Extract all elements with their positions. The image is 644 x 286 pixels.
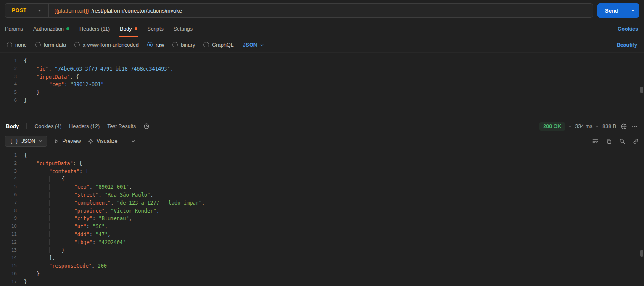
tab-label: Scripts [148, 26, 164, 32]
radio-circle [203, 42, 209, 47]
code-line: 10 "uf": "SC", [0, 223, 644, 231]
code-text: "ddd": "47", [17, 231, 111, 239]
request-url-bar: POST {{platform.url}} /rest/platform/con… [0, 0, 644, 21]
response-tabs: BodyCookies (4)Headers (12)Test Results [6, 123, 136, 129]
preview-label: Preview [62, 138, 81, 144]
code-text: "cep": "89012-001" [17, 81, 104, 89]
code-line: 17} [0, 278, 644, 286]
link-icon[interactable] [633, 138, 639, 144]
code-line: 15 "responseCode": 200 [0, 262, 644, 270]
body-type-none[interactable]: none [7, 42, 27, 48]
tab-scripts[interactable]: Scripts [143, 21, 168, 37]
play-icon [54, 139, 59, 144]
radio-label: raw [156, 42, 164, 48]
tab-settings[interactable]: Settings [169, 21, 197, 37]
line-number: 6 [0, 97, 17, 105]
url-input[interactable]: {{platform.url}} /rest/platform/conector… [49, 8, 187, 14]
line-number: 10 [0, 223, 17, 231]
line-number: 4 [0, 175, 17, 183]
line-number: 1 [0, 152, 17, 160]
tab-authorization[interactable]: Authorization [29, 21, 74, 37]
visualize-button[interactable]: Visualize [88, 138, 118, 144]
search-icon[interactable] [619, 138, 626, 144]
preview-button[interactable]: Preview [54, 138, 81, 144]
history-icon[interactable] [143, 123, 150, 129]
tab-label: Body [120, 26, 132, 32]
line-number: 15 [0, 262, 17, 270]
body-type-bar: noneform-datax-www-form-urlencodedrawbin… [0, 37, 644, 53]
tab-params[interactable]: Params [1, 21, 27, 37]
body-type-x-www-form-urlencoded[interactable]: x-www-form-urlencoded [74, 42, 139, 48]
code-text: "inputData": { [17, 73, 79, 81]
body-type-binary[interactable]: binary [172, 42, 195, 48]
beautify-link[interactable]: Beautify [617, 42, 637, 48]
response-format-dropdown[interactable]: { } JSON [5, 136, 47, 147]
line-number: 16 [0, 270, 17, 278]
request-tabs: ParamsAuthorizationHeaders (11)BodyScrip… [1, 21, 197, 37]
code-line: 1{ [0, 152, 644, 160]
response-time: 334 ms [575, 123, 592, 129]
send-options-button[interactable] [626, 3, 639, 18]
url-variable: {{platform.url}} [54, 8, 89, 14]
method-selector[interactable]: POST [5, 4, 49, 17]
code-line: 8 "province": "Victor Konder", [0, 207, 644, 215]
copy-icon[interactable] [606, 138, 612, 144]
divider [26, 123, 27, 129]
line-number: 5 [0, 183, 17, 191]
response-tab-test-results[interactable]: Test Results [107, 123, 136, 129]
body-type-raw[interactable]: raw [147, 42, 164, 48]
language-selector[interactable]: JSON [243, 42, 264, 48]
response-size: 838 B [602, 123, 616, 129]
code-text: } [17, 89, 40, 97]
body-type-form-data[interactable]: form-data [35, 42, 66, 48]
code-line: 13 } [0, 247, 644, 255]
radio-label: x-www-form-urlencoded [83, 42, 139, 48]
code-line: 2 "id": "74be0c63-3f79-4791-bb18-7468ec3… [0, 65, 644, 73]
response-tab-body[interactable]: Body [6, 123, 19, 129]
response-body-editor[interactable]: 1{2 "outputData": {3 "contents": [4 {5 "… [0, 149, 644, 286]
code-line: 3 "contents": [ [0, 168, 644, 176]
code-text: "province": "Victor Konder", [17, 207, 159, 215]
line-number: 4 [0, 81, 17, 89]
wrap-text-icon[interactable] [592, 138, 599, 144]
radio-label: form-data [44, 42, 66, 48]
response-tab-cookies-4[interactable]: Cookies (4) [34, 123, 61, 129]
visualize-label: Visualize [97, 138, 118, 144]
code-text: ], [17, 254, 55, 262]
scrollbar-thumb[interactable] [640, 87, 643, 93]
body-type-graphql[interactable]: GraphQL [203, 42, 233, 48]
separator-dot [569, 126, 571, 127]
line-number: 8 [0, 207, 17, 215]
tab-label: Settings [174, 26, 193, 32]
body-type-options: noneform-datax-www-form-urlencodedrawbin… [7, 42, 234, 48]
line-number: 6 [0, 191, 17, 199]
radio-label: GraphQL [212, 42, 233, 48]
tab-headers-11[interactable]: Headers (11) [75, 21, 114, 37]
request-body-editor[interactable]: 1{2 "id": "74be0c63-3f79-4791-bb18-7468e… [0, 53, 644, 119]
radio-label: binary [181, 42, 195, 48]
scrollbar[interactable] [639, 149, 644, 286]
network-icon[interactable] [620, 123, 627, 130]
more-options-icon[interactable] [631, 123, 638, 130]
send-button[interactable]: Send [597, 3, 626, 18]
line-number: 5 [0, 89, 17, 97]
code-line: 4 "cep": "89012-001" [0, 81, 644, 89]
code-line: 3 "inputData": { [0, 73, 644, 81]
chevron-down-icon [38, 139, 42, 143]
response-code-lines: 1{2 "outputData": {3 "contents": [4 {5 "… [0, 152, 644, 286]
cookies-link[interactable]: Cookies [618, 26, 638, 32]
tab-label: Headers (11) [79, 26, 110, 32]
code-line: 11 "ddd": "47", [0, 231, 644, 239]
code-text: } [17, 97, 27, 105]
code-text: "contents": [ [17, 168, 89, 176]
code-line: 4 { [0, 175, 644, 183]
tab-status-dot [135, 27, 137, 30]
scrollbar[interactable] [639, 53, 644, 119]
response-tab-headers-12[interactable]: Headers (12) [69, 123, 100, 129]
chevron-down-icon [260, 43, 264, 47]
visualize-options-chevron[interactable] [131, 139, 135, 143]
tab-body[interactable]: Body [116, 21, 142, 37]
code-text: { [17, 175, 65, 183]
visualize-icon [88, 138, 94, 144]
scrollbar-thumb[interactable] [640, 250, 643, 257]
